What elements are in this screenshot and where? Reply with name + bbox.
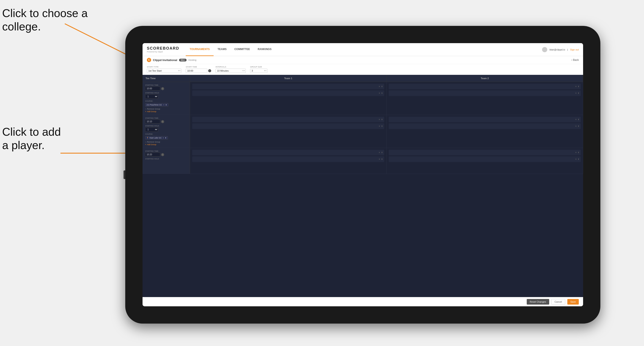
- group-3-t2p2-x-icon[interactable]: ✕: [575, 158, 577, 160]
- group-1-add-group-btn[interactable]: + Add Group: [145, 110, 187, 113]
- group-3-team1-cell: ✕ ⬆ ✕ ⬆: [190, 148, 386, 174]
- group-1-team1-cell: ✕ ⬆ ✕ ⬆: [190, 82, 386, 115]
- group-3-starting-time-input[interactable]: [145, 153, 160, 157]
- group-2-starting-hole-label: STARTING HOLE:: [145, 125, 187, 127]
- group-3-starting-time-input-row: i: [145, 153, 187, 157]
- sub-header: C Clippd Invitational Men Hosting ‹ Back: [142, 56, 583, 64]
- start-time-input[interactable]: [186, 69, 207, 73]
- group-row-2: STARTING TIME: i STARTING HOLE: 1: [142, 115, 583, 148]
- group-size-select-wrapper: 3: [250, 69, 267, 73]
- group-1-t2p1-x-icon[interactable]: ✕: [575, 85, 577, 88]
- group-2-t2p1-x-icon[interactable]: ✕: [575, 118, 577, 121]
- group-1-t1p1-expand-icon[interactable]: ⬆: [381, 85, 383, 88]
- group-1-time-info-icon: i: [161, 87, 164, 90]
- th-team2: Team 2: [386, 75, 583, 82]
- group-3-t1p1-expand-icon[interactable]: ⬆: [381, 152, 383, 154]
- group-1-course-remove-icon[interactable]: ✕: [163, 104, 164, 106]
- group-3-starting-time-label: STARTING TIME:: [145, 150, 187, 152]
- intervals-select[interactable]: 10 Minutes: [216, 69, 246, 73]
- group-2-course-remove-icon[interactable]: ✕: [162, 137, 164, 139]
- nav-tab-committee[interactable]: COMMITTEE: [230, 43, 254, 56]
- group-3-team2-cell: ✕ ⬆ ✕ ⬆: [386, 148, 583, 174]
- annotation-add-player: Click to add a player.: [2, 125, 61, 152]
- group-1-t1p1-x-icon[interactable]: ✕: [378, 85, 380, 88]
- group-1-t1p2-x-icon[interactable]: ✕: [378, 92, 380, 94]
- group-2-starting-time-label: STARTING TIME:: [145, 117, 187, 119]
- group-1-team2-player2-slot[interactable]: ✕ ⬆: [389, 90, 581, 96]
- group-2-t1p1-x-icon[interactable]: ✕: [378, 118, 380, 121]
- group-1-course-label: COURSE:: [145, 100, 187, 102]
- group-1-team2-player1-slot[interactable]: ✕ ⬆: [389, 84, 581, 89]
- group-2-course-expand-icon[interactable]: ⬆: [165, 137, 166, 139]
- side-button[interactable]: [124, 171, 125, 179]
- start-time-group: Start Time i: [186, 66, 211, 73]
- group-2-t2p2-expand-icon[interactable]: ⬆: [578, 125, 580, 127]
- start-time-info-icon: i: [208, 69, 211, 72]
- group-1-left: STARTING TIME: i STARTING HOLE: 1: [142, 82, 190, 115]
- group-1-starting-time-input[interactable]: [145, 86, 160, 91]
- group-2-t1p1-expand-icon[interactable]: ⬆: [381, 118, 383, 121]
- group-3-t1p2-expand-icon[interactable]: ⬆: [381, 158, 383, 160]
- separator: |: [567, 48, 568, 51]
- group-2-team1-player2-slot[interactable]: ✕ ⬆: [192, 123, 384, 129]
- group-2-t1p2-expand-icon[interactable]: ⬆: [381, 125, 383, 127]
- footer-bar: Reset Changes Cancel Save: [142, 297, 583, 306]
- group-1-hole-select[interactable]: 1: [145, 94, 158, 99]
- group-2-team2-player1-slot[interactable]: ✕ ⬆: [389, 117, 581, 122]
- group-1-t2p1-expand-icon[interactable]: ⬆: [578, 85, 580, 88]
- group-1-starting-time-input-row: i: [145, 86, 187, 91]
- group-2-remove-group-btn[interactable]: ○ Remove Group: [145, 141, 187, 143]
- cancel-button[interactable]: Cancel: [551, 299, 565, 305]
- sign-out-link[interactable]: Sign out: [570, 48, 579, 51]
- group-1-t2p2-expand-icon[interactable]: ⬆: [578, 92, 580, 94]
- group-1-course-field: COURSE: (A) Peachtree GC ✕ ⬆: [145, 100, 187, 107]
- intervals-group: Intervals 10 Minutes: [216, 66, 246, 73]
- group-3-team2-player2-slot[interactable]: ✕ ⬆: [389, 156, 581, 162]
- group-3-t2p2-expand-icon[interactable]: ⬆: [578, 158, 580, 160]
- group-1-course-expand-icon[interactable]: ⬆: [166, 104, 167, 106]
- group-1-t2p2-x-icon[interactable]: ✕: [575, 92, 577, 94]
- group-1-team1-player1-slot[interactable]: ✕ ⬆: [192, 84, 384, 89]
- breadcrumb-host: Hosting: [188, 59, 196, 61]
- intervals-label: Intervals: [216, 66, 246, 68]
- group-2-add-group-btn[interactable]: + Add Group: [145, 144, 187, 146]
- group-3-t1p2-x-icon[interactable]: ✕: [378, 158, 380, 160]
- group-3-t2p1-x-icon[interactable]: ✕: [575, 152, 577, 154]
- group-2-starting-time-input-row: i: [145, 120, 187, 124]
- nav-tab-rankings[interactable]: RANKINGS: [254, 43, 275, 56]
- group-1-team1-player2-slot[interactable]: ✕ ⬆: [192, 90, 384, 96]
- group-row-1: STARTING TIME: i STARTING HOLE: 1: [142, 82, 583, 115]
- group-3-team1-player1-slot[interactable]: ✕ ⬆: [192, 150, 384, 155]
- group-3-team2-player1-slot[interactable]: ✕ ⬆: [389, 150, 581, 155]
- group-2-team2-player2-slot[interactable]: ✕ ⬆: [389, 123, 581, 129]
- top-right: blair@clippd.io | Sign out: [542, 47, 579, 52]
- breadcrumb-logo-icon: C: [147, 58, 151, 62]
- nav-tab-teams[interactable]: TEAMS: [214, 43, 230, 56]
- group-2-hole-select[interactable]: 1: [145, 127, 158, 132]
- group-size-label: Group Size: [250, 66, 267, 68]
- group-1-hole-select-wrapper: 1: [145, 94, 158, 99]
- group-3-t2p1-expand-icon[interactable]: ⬆: [578, 152, 580, 154]
- group-3-team1-player2-slot[interactable]: ✕ ⬆: [192, 156, 384, 162]
- start-type-select[interactable]: 1st Tee Start: [147, 69, 182, 73]
- reset-changes-button[interactable]: Reset Changes: [527, 299, 549, 305]
- group-1-t1p2-expand-icon[interactable]: ⬆: [381, 92, 383, 94]
- nav-tab-tournaments[interactable]: TOURNAMENTS: [186, 43, 214, 56]
- group-2-starting-time-input[interactable]: [145, 120, 160, 124]
- breadcrumb: C Clippd Invitational Men Hosting: [147, 58, 196, 62]
- group-2-course-tag[interactable]: 🏌 East Lake GC ✕ ⬆: [145, 136, 168, 140]
- group-1-course-tag[interactable]: (A) Peachtree GC ✕ ⬆: [145, 103, 168, 107]
- group-3-starting-hole-field: STARTING HOLE:: [145, 158, 187, 160]
- back-button[interactable]: ‹ Back: [572, 58, 579, 61]
- group-2-team1-player1-slot[interactable]: ✕ ⬆: [192, 117, 384, 122]
- group-3-left: STARTING TIME: i STARTING HOLE:: [142, 148, 190, 174]
- group-1-remove-group-btn[interactable]: ○ Remove Group: [145, 108, 187, 110]
- group-2-t2p2-x-icon[interactable]: ✕: [575, 125, 577, 127]
- group-size-select[interactable]: 3: [250, 69, 267, 73]
- group-3-t1p1-x-icon[interactable]: ✕: [378, 152, 380, 154]
- save-button[interactable]: Save: [567, 299, 579, 305]
- group-2-t1p2-x-icon[interactable]: ✕: [378, 125, 380, 127]
- app-logo: SCOREBOARD: [147, 46, 179, 51]
- group-2-hole-select-wrapper: 1: [145, 127, 158, 132]
- group-2-t2p1-expand-icon[interactable]: ⬆: [578, 118, 580, 121]
